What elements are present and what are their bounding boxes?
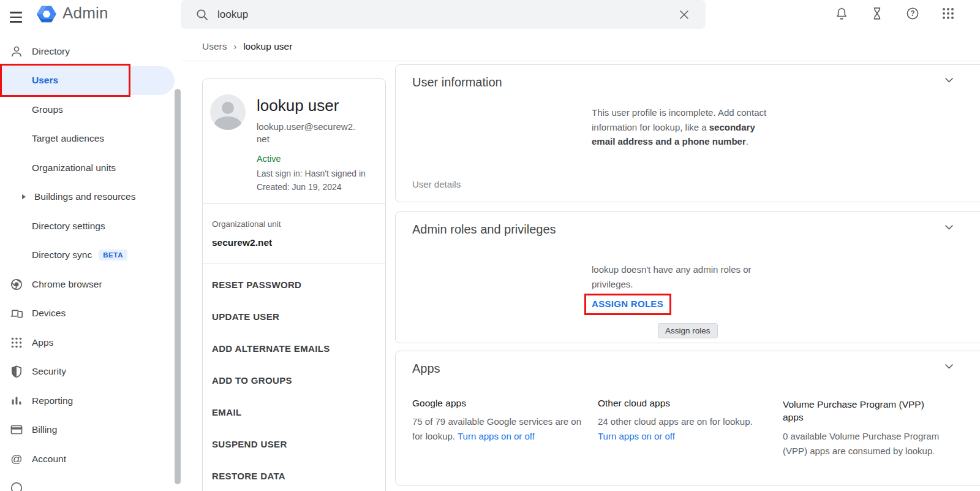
beta-badge: BETA — [99, 249, 127, 261]
sidebar-item-label: Apps — [32, 337, 53, 348]
annotation-red-box: ASSIGN ROLES — [584, 294, 671, 315]
add-alternate-emails-button[interactable]: ADD ALTERNATE EMAILS — [203, 332, 385, 364]
org-unit-section: Organizational unit securew2.net — [203, 204, 385, 264]
chevron-right-icon: › — [233, 42, 236, 51]
no-roles-message: lookup doesn't have any admin roles or p… — [592, 262, 767, 291]
chrome-icon — [9, 278, 24, 291]
sidebar-item-label: Directory settings — [32, 221, 105, 232]
bar-chart-icon — [9, 394, 24, 408]
sidebar-item-buildings-and-resources[interactable]: Buildings and resources — [0, 183, 181, 212]
update-user-button[interactable]: UPDATE USER — [203, 300, 385, 332]
sidebar-item-directory-settings[interactable]: Directory settings — [0, 211, 181, 241]
google-apps-column: Google apps 75 of 79 available Google se… — [412, 398, 586, 459]
chevron-down-icon[interactable] — [944, 224, 954, 230]
clear-icon[interactable] — [677, 8, 691, 21]
help-icon[interactable]: ? — [905, 6, 920, 21]
devices-icon — [9, 306, 24, 320]
sidebar-item-chrome-browser[interactable]: Chrome browser — [0, 270, 181, 299]
menu-icon[interactable] — [7, 7, 27, 27]
sidebar-item-billing[interactable]: Billing — [0, 416, 181, 445]
sidebar-item-directory-sync[interactable]: Directory sync BETA — [0, 241, 181, 270]
credit-card-icon — [9, 423, 24, 436]
sidebar-item-directory[interactable]: Directory — [0, 37, 181, 66]
user-meta: Last sign in: Hasn't signed in Created: … — [257, 167, 366, 194]
column-body: 24 other cloud apps are on for lookup. T… — [598, 414, 772, 444]
user-profile-section: lookup user lookup.user@securew2.net Act… — [203, 79, 385, 203]
breadcrumb-users-link[interactable]: Users — [202, 41, 227, 52]
suspend-user-button[interactable]: SUSPEND USER — [203, 428, 385, 460]
column-body: 0 available Volume Purchase Program (VPP… — [783, 429, 958, 459]
sidebar-item-label: Billing — [32, 424, 57, 435]
svg-text:?: ? — [910, 9, 914, 18]
sidebar-item-target-audiences[interactable]: Target audiences — [0, 124, 181, 154]
apps-panel: Apps Google apps 75 of 79 available Goog… — [395, 351, 980, 485]
admin-roles-panel: Admin roles and privileges lookup doesn'… — [395, 211, 980, 343]
sidebar-item-apps[interactable]: Apps — [0, 328, 181, 357]
svg-text:@: @ — [10, 452, 22, 465]
restore-data-button[interactable]: RESTORE DATA — [203, 460, 385, 491]
incomplete-profile-message: This user profile is incomplete. Add con… — [592, 105, 767, 149]
column-heading: Other cloud apps — [598, 398, 772, 409]
avatar — [210, 94, 246, 130]
column-heading: Google apps — [412, 398, 586, 409]
sidebar-item-label: Users — [32, 75, 58, 86]
admin-console-page: { "colors": { "accent_blue": "#1a73e8", … — [0, 0, 980, 491]
shield-icon — [9, 365, 24, 378]
sidebar-item-groups[interactable]: Groups — [0, 95, 181, 124]
column-heading: Volume Purchase Program (VPP) apps — [783, 398, 941, 424]
chevron-down-icon[interactable] — [944, 77, 954, 83]
sidebar-item-label: Devices — [32, 308, 66, 319]
user-email: lookup.user@securew2.net — [257, 121, 360, 145]
sidebar-item-label: Directory sync — [32, 249, 92, 261]
chevron-down-icon[interactable] — [944, 363, 954, 369]
sidebar-scrollbar[interactable] — [175, 89, 181, 484]
search-input[interactable] — [217, 9, 616, 21]
add-to-groups-button[interactable]: ADD TO GROUPS — [203, 364, 385, 396]
tasks-hourglass-icon[interactable] — [870, 6, 884, 21]
status-badge: Active — [257, 154, 281, 164]
panel-title: Apps — [412, 362, 440, 376]
user-summary-card: lookup user lookup.user@securew2.net Act… — [202, 78, 386, 491]
sidebar-item-reporting[interactable]: Reporting — [0, 386, 181, 416]
header-icon-cluster: ? — [834, 6, 956, 21]
vpp-apps-column: Volume Purchase Program (VPP) apps 0 ava… — [783, 398, 958, 459]
email-button[interactable]: EMAIL — [203, 396, 385, 428]
user-information-panel: User information This user profile is in… — [395, 64, 980, 202]
active-item-pill — [0, 66, 175, 95]
top-app-bar: Admin ? — [0, 0, 980, 34]
sidebar-item-label: Reporting — [32, 395, 73, 406]
app-grid-icon[interactable] — [941, 6, 956, 21]
search-bar[interactable] — [181, 0, 706, 29]
apps-columns: Google apps 75 of 79 available Google se… — [412, 398, 958, 459]
sidebar-item-users[interactable]: Users — [0, 66, 181, 96]
sidebar-item-security[interactable]: Security — [0, 357, 181, 387]
breadcrumb: Users › lookup user — [202, 41, 292, 52]
notifications-icon[interactable] — [834, 6, 849, 21]
other-cloud-apps-column: Other cloud apps 24 other cloud apps are… — [598, 398, 772, 459]
breadcrumb-current: lookup user — [243, 41, 292, 52]
panel-title: User information — [412, 75, 502, 89]
sidebar-item-account[interactable]: @ Account — [0, 444, 181, 474]
assign-roles-tooltip: Assign roles — [658, 323, 718, 338]
google-admin-logo — [35, 2, 58, 26]
sidebar-item-devices[interactable]: Devices — [0, 299, 181, 329]
assign-roles-button[interactable]: ASSIGN ROLES — [592, 299, 663, 309]
reset-password-button[interactable]: RESET PASSWORD — [203, 268, 385, 300]
turn-apps-on-off-link[interactable]: Turn apps on or off — [598, 431, 675, 441]
last-sign-in: Last sign in: Hasn't signed in — [257, 167, 366, 181]
product-name: Admin — [62, 4, 108, 23]
sidebar-item-label: Account — [32, 454, 66, 465]
turn-apps-on-off-link[interactable]: Turn apps on or off — [458, 431, 535, 441]
apps-grid-icon — [9, 336, 24, 349]
column-body: 75 of 79 available Google services are o… — [412, 414, 586, 444]
circle-icon — [9, 481, 24, 491]
org-unit-value: securew2.net — [212, 237, 272, 248]
expand-caret-icon[interactable] — [22, 194, 26, 199]
sidebar-item-organizational-units[interactable]: Organizational units — [0, 153, 181, 183]
user-details-label: User details — [412, 179, 461, 189]
sidebar-item-partial[interactable] — [0, 474, 181, 491]
panel-title: Admin roles and privileges — [412, 223, 556, 237]
sidebar-item-label: Groups — [32, 104, 63, 115]
sidebar-item-label: Security — [32, 366, 66, 377]
sidebar-item-label: Target audiences — [32, 133, 104, 144]
